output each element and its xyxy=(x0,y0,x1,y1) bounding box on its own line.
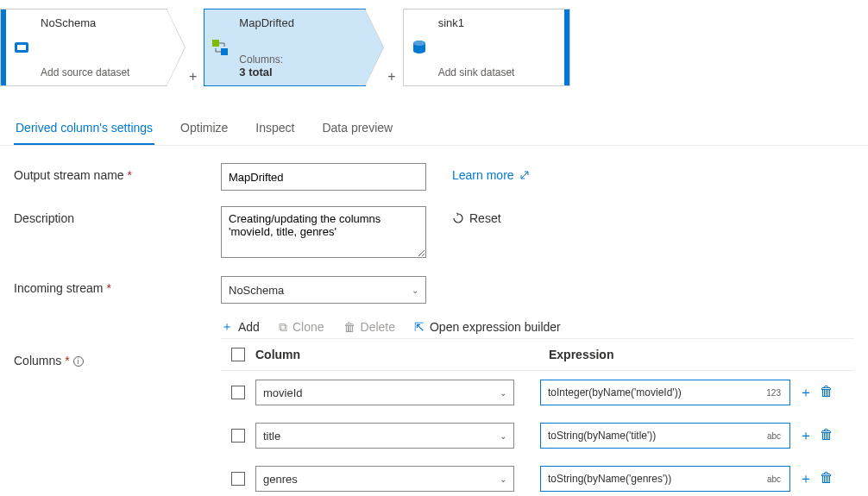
derived-sub1: Columns: xyxy=(239,53,353,66)
tabs: Derived column's settings Optimize Inspe… xyxy=(0,112,868,146)
open-expression-builder[interactable]: ⇱Open expression builder xyxy=(414,320,561,334)
settings-panel: Output stream name * Learn more Descript… xyxy=(0,146,868,496)
svg-rect-3 xyxy=(221,48,228,55)
reset-icon xyxy=(452,212,464,224)
derived-node[interactable]: MapDrifted Columns: 3 total xyxy=(204,9,366,86)
reset-button[interactable]: Reset xyxy=(452,206,501,225)
output-stream-input[interactable] xyxy=(221,163,426,191)
column-row: genres⌄ toString(byName('genres'))abc ＋ … xyxy=(221,457,854,496)
row-add-button[interactable]: ＋ xyxy=(799,470,813,488)
expression-input[interactable]: toInteger(byName('movieId'))123 xyxy=(540,380,790,405)
plus-icon: ＋ xyxy=(221,319,233,335)
sink-node[interactable]: sink1 Add sink dataset xyxy=(403,9,570,86)
tab-optimize[interactable]: Optimize xyxy=(179,112,230,145)
column-header: Column xyxy=(255,348,531,361)
column-row: title⌄ toString(byName('title'))abc ＋ 🗑 xyxy=(221,414,854,457)
description-label: Description xyxy=(14,206,221,225)
select-all-checkbox[interactable] xyxy=(231,348,245,361)
add-after-derived[interactable]: + xyxy=(384,69,399,85)
chevron-down-icon: ⌄ xyxy=(500,388,506,398)
source-subtitle: Add source dataset xyxy=(41,66,154,78)
add-button[interactable]: ＋Add xyxy=(221,319,260,335)
source-node[interactable]: NoSchema Add source dataset xyxy=(0,9,167,86)
delete-button[interactable]: 🗑Delete xyxy=(343,320,395,334)
svg-point-5 xyxy=(413,41,425,46)
sink-icon xyxy=(404,39,435,56)
derived-sub2: 3 total xyxy=(239,66,353,78)
columns-label: Columns *i xyxy=(14,343,221,367)
incoming-stream-select[interactable]: NoSchema ⌄ xyxy=(221,276,426,304)
incoming-stream-label: Incoming stream * xyxy=(14,276,221,295)
open-icon: ⇱ xyxy=(414,320,425,334)
column-name-input[interactable]: genres⌄ xyxy=(255,466,514,492)
type-badge: abc xyxy=(765,431,783,441)
row-checkbox[interactable] xyxy=(231,386,245,399)
sink-subtitle: Add sink dataset xyxy=(438,66,552,78)
clone-button[interactable]: ⧉Clone xyxy=(279,320,324,335)
info-icon[interactable]: i xyxy=(73,356,84,367)
type-badge: 123 xyxy=(764,388,783,398)
columns-table: Column Expression movieId⌄ toInteger(byN… xyxy=(221,338,854,496)
source-title: NoSchema xyxy=(41,16,154,29)
tab-settings[interactable]: Derived column's settings xyxy=(14,112,154,145)
row-delete-button[interactable]: 🗑 xyxy=(820,384,833,402)
description-input[interactable]: Creating/updating the columns 'movieId, … xyxy=(221,206,426,258)
row-delete-button[interactable]: 🗑 xyxy=(820,470,833,488)
columns-toolbar: ＋Add ⧉Clone 🗑Delete ⇱Open expression bui… xyxy=(221,319,854,335)
type-badge: abc xyxy=(765,474,783,484)
add-after-source[interactable]: + xyxy=(186,69,200,85)
tab-inspect[interactable]: Inspect xyxy=(254,112,296,145)
source-icon xyxy=(6,39,37,56)
chevron-down-icon: ⌄ xyxy=(500,474,506,484)
learn-more-link[interactable]: Learn more xyxy=(452,163,530,182)
row-add-button[interactable]: ＋ xyxy=(799,427,813,445)
chevron-down-icon: ⌄ xyxy=(500,431,506,441)
column-name-input[interactable]: movieId⌄ xyxy=(255,380,514,405)
row-delete-button[interactable]: 🗑 xyxy=(820,427,833,445)
expression-header: Expression xyxy=(531,348,854,361)
row-checkbox[interactable] xyxy=(231,429,245,443)
column-row: movieId⌄ toInteger(byName('movieId'))123… xyxy=(221,371,854,414)
row-checkbox[interactable] xyxy=(231,472,245,486)
row-add-button[interactable]: ＋ xyxy=(799,384,813,402)
clone-icon: ⧉ xyxy=(279,320,287,335)
sink-title: sink1 xyxy=(438,16,552,29)
trash-icon: 🗑 xyxy=(343,320,355,334)
column-name-input[interactable]: title⌄ xyxy=(255,423,514,449)
flow-canvas: NoSchema Add source dataset + MapDrifted… xyxy=(0,0,868,86)
chevron-down-icon: ⌄ xyxy=(412,286,418,295)
svg-rect-1 xyxy=(17,45,26,50)
output-stream-label: Output stream name * xyxy=(14,163,221,182)
derived-title: MapDrifted xyxy=(239,16,353,29)
external-link-icon xyxy=(519,170,530,180)
expression-input[interactable]: toString(byName('title'))abc xyxy=(540,423,790,449)
expression-input[interactable]: toString(byName('genres'))abc xyxy=(540,466,790,492)
svg-rect-2 xyxy=(212,40,219,47)
derived-icon xyxy=(204,38,236,57)
tab-preview[interactable]: Data preview xyxy=(320,112,394,145)
